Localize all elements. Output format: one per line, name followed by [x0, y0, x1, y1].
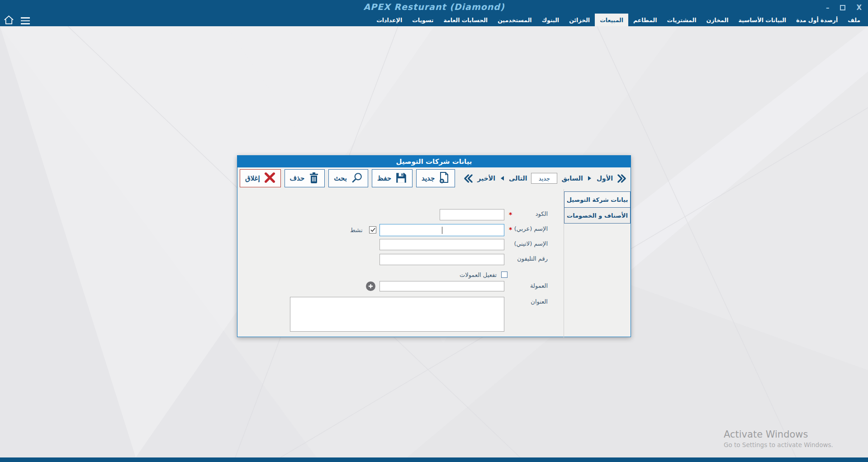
save-floppy-icon: [395, 172, 407, 185]
name-latin-label: الإسم (لاتيني): [514, 240, 548, 247]
top-bar: APEX Resturant (Diamond) – X ملف: [0, 0, 868, 26]
first-record-icon[interactable]: [617, 174, 626, 183]
maximize-icon[interactable]: [840, 5, 845, 10]
record-navigator: الأول السابق التالى الأخير: [464, 173, 626, 184]
next-arrow-icon[interactable]: [499, 175, 505, 181]
enable-commissions-checkbox[interactable]: [501, 271, 508, 278]
enable-commissions-label: تفعيل العمولات: [460, 271, 497, 278]
close-button-label: إغلاق: [245, 174, 260, 182]
address-textarea[interactable]: [290, 297, 504, 332]
close-button[interactable]: إغلاق: [240, 169, 281, 187]
active-checkbox[interactable]: [369, 226, 376, 233]
menu-item-sales[interactable]: المبيعات: [595, 14, 628, 26]
current-record-input[interactable]: [531, 173, 557, 184]
phone-label: رقم التليفون: [517, 255, 548, 262]
menu-item-adjustments[interactable]: تسويات: [407, 14, 438, 26]
delete-button[interactable]: حذف: [285, 169, 325, 187]
toolbar-buttons: جديد حفظ: [240, 169, 455, 187]
name-latin-input[interactable]: [379, 239, 504, 250]
menu-item-users[interactable]: المستخدمين: [493, 14, 537, 26]
window-controls: – X: [826, 4, 862, 12]
hamburger-menu-icon[interactable]: [21, 15, 30, 26]
close-x-icon: [264, 172, 275, 185]
menu-bar: ملف أرصدة أول مدة البيانات الأساسية المخ…: [0, 14, 868, 26]
text-caret: [442, 227, 442, 234]
home-icon[interactable]: [4, 15, 14, 27]
watermark-line2: Go to Settings to activate Windows.: [724, 441, 833, 448]
nav-next-label[interactable]: التالى: [509, 175, 527, 182]
watermark-line1: Activate Windows: [724, 429, 833, 440]
phone-input[interactable]: [379, 254, 504, 265]
save-button-label: حفظ: [377, 174, 391, 182]
address-label: العنوان: [531, 298, 548, 305]
menu-item-warehouses[interactable]: المخازن: [701, 14, 733, 26]
new-button-label: جديد: [422, 174, 435, 182]
dialog-side-tabs: بيانات شركة التوصيل الأصناف و الخصومات: [564, 189, 631, 338]
menu-item-safes[interactable]: الخزائن: [564, 14, 595, 26]
main-menu: ملف أرصدة أول مدة البيانات الأساسية المخ…: [371, 14, 865, 26]
code-input[interactable]: [440, 209, 504, 220]
delivery-companies-dialog: بيانات شركات التوصيل الأول السابق التالى: [237, 155, 631, 337]
bottom-taskbar-strip: [0, 457, 868, 462]
search-button-label: بحث: [334, 174, 347, 182]
name-arabic-required-marker: *: [509, 226, 512, 233]
tab-items-and-discounts[interactable]: الأصناف و الخصومات: [564, 207, 631, 224]
activate-windows-watermark: Activate Windows Go to Settings to activ…: [724, 429, 833, 448]
nav-previous-label[interactable]: السابق: [561, 175, 583, 182]
menu-item-banks[interactable]: البنوك: [537, 14, 564, 26]
application-window: APEX Resturant (Diamond) – X ملف: [0, 0, 868, 462]
previous-arrow-icon[interactable]: [587, 175, 593, 181]
commission-input[interactable]: [379, 281, 504, 291]
search-icon: [351, 172, 363, 185]
delete-button-label: حذف: [290, 174, 305, 182]
dialog-body: بيانات شركة التوصيل الأصناف و الخصومات ا…: [237, 189, 631, 338]
tab-delivery-company-data[interactable]: بيانات شركة التوصيل: [564, 191, 631, 208]
close-window-icon[interactable]: X: [856, 4, 862, 12]
menu-item-settings[interactable]: الإعدادات: [371, 14, 407, 26]
save-button[interactable]: حفظ: [372, 169, 413, 187]
menu-item-file[interactable]: ملف: [843, 14, 865, 26]
trash-icon: [308, 172, 319, 185]
app-title: APEX Resturant (Diamond): [0, 2, 868, 12]
desktop-area: بيانات شركات التوصيل الأول السابق التالى: [0, 26, 868, 457]
nav-last-label[interactable]: الأخير: [477, 175, 495, 182]
code-label: الكود: [536, 210, 548, 217]
new-document-icon: [439, 171, 450, 185]
menu-item-restaurants[interactable]: المطاعم: [628, 14, 662, 26]
active-checkbox-label: نشط: [350, 227, 363, 233]
search-button[interactable]: بحث: [328, 169, 368, 187]
menu-item-general-accounts[interactable]: الحسابات العامة: [438, 14, 493, 26]
dialog-toolbar: الأول السابق التالى الأخير: [237, 167, 631, 189]
menu-item-purchases[interactable]: المشتريات: [662, 14, 702, 26]
name-arabic-input[interactable]: [379, 224, 504, 236]
menu-item-opening-balances[interactable]: أرصدة أول مدة: [791, 14, 843, 26]
commission-label: العمولة: [530, 282, 548, 289]
nav-first-label[interactable]: الأول: [597, 175, 613, 182]
new-button[interactable]: جديد: [416, 169, 455, 187]
name-arabic-label: الإسم (عربي): [514, 225, 548, 232]
minimize-icon[interactable]: –: [826, 5, 830, 10]
code-required-marker: *: [509, 211, 512, 218]
add-commission-icon[interactable]: [366, 281, 375, 291]
menu-item-basic-data[interactable]: البيانات الأساسية: [733, 14, 791, 26]
dialog-title[interactable]: بيانات شركات التوصيل: [237, 156, 631, 167]
check-icon: [370, 228, 375, 232]
last-record-icon[interactable]: [464, 174, 473, 183]
